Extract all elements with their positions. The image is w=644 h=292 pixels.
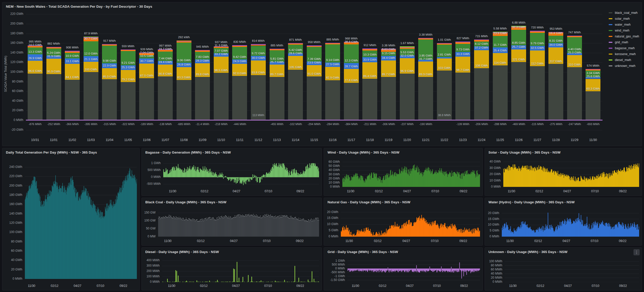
legend-item-grid_mwh[interactable]: grid_mwh bbox=[609, 41, 639, 44]
bar-value-label-water: 9.98 GWh bbox=[100, 59, 119, 62]
bar-value-label-water: 10.9 GWh bbox=[63, 54, 82, 57]
bar-strip-bagasse bbox=[251, 44, 266, 45]
xtick-natural_gas: 04/27 bbox=[398, 239, 414, 243]
ytick-unknown: 60 MWh bbox=[485, 268, 502, 271]
bar-value-label-water: 9.15 GWh bbox=[379, 52, 398, 55]
legend-swatch-icon bbox=[609, 18, 612, 19]
panel-title-grid[interactable]: Grid - Daily Usage (MWh) - 365 Days - NS… bbox=[328, 250, 398, 254]
ytick-natural_gas: 5 GWh bbox=[324, 228, 338, 232]
bar-value-label-black_coal: 110 GWh bbox=[565, 63, 584, 66]
bar-segment-black_coal bbox=[270, 77, 284, 120]
ytick-daily_total: 180 GWh bbox=[2, 193, 22, 197]
bar-segment-black_coal bbox=[474, 68, 489, 120]
legend-swatch-icon bbox=[609, 24, 612, 25]
bar-segment-black_coal bbox=[381, 77, 396, 120]
bar-negative-label: -139 MWh bbox=[452, 123, 473, 126]
bar-value-label-black_coal: 92.0 GWh bbox=[230, 72, 249, 75]
bar-segment-natural_gas bbox=[474, 40, 489, 42]
bar-value-label-wind: 16.4 GWh bbox=[546, 32, 565, 35]
bar-value-label-solar: 24.9 GWh bbox=[230, 60, 249, 63]
xtick-wind: 07/10 bbox=[427, 189, 443, 193]
bar-value-label-water: 7.07 GWh bbox=[212, 49, 231, 52]
bar-strip-bagasse bbox=[102, 44, 117, 45]
xtick-water: 04/27 bbox=[559, 239, 574, 243]
xtick-bagasse: 11/30 bbox=[165, 189, 180, 193]
legend-item-wind_mwh[interactable]: wind_mwh bbox=[609, 29, 639, 32]
xtick-wind: 11/30 bbox=[343, 189, 358, 193]
ytick-black_coal: 150 GW bbox=[142, 211, 156, 214]
bar-segment-black_coal bbox=[214, 73, 229, 120]
bar-value-label-black_coal: 96.9 GWh bbox=[398, 69, 417, 73]
panel-title-daily_total[interactable]: Daily Total Generation Per Day (MWh) - N… bbox=[6, 150, 97, 154]
panel-title-diesel[interactable]: Diesel - Daily Usage (MWh) - 365 Days - … bbox=[145, 250, 219, 254]
bar-strip-bagasse bbox=[195, 50, 210, 51]
panel-menu-icon[interactable]: ⋮ bbox=[633, 249, 640, 255]
bar-top-label: 939 MWh bbox=[136, 48, 157, 51]
main-xtick-date: 11/09 bbox=[193, 138, 212, 142]
legend-item-natural_gas_mwh[interactable]: natural_gas_mwh bbox=[609, 35, 639, 38]
bar-value-label-black_coal: 117 GWh bbox=[546, 60, 565, 63]
panel-black_coal: Black Coal - Daily Usage (MWh) - 365 Day… bbox=[141, 198, 322, 246]
bar-strip-bagasse bbox=[530, 31, 545, 32]
legend-label: bagasse_mwh bbox=[615, 46, 635, 50]
bar-top-label: 968 MWh bbox=[341, 37, 362, 40]
bar-segment-black_coal bbox=[121, 82, 136, 120]
legend-item-unknown_mwh[interactable]: unknown_mwh bbox=[609, 64, 639, 68]
bar-segment-natural_gas bbox=[232, 46, 247, 47]
bar-top-label: 1.67 MWh bbox=[397, 42, 418, 45]
bar-strip-bagasse bbox=[325, 43, 340, 44]
bar-value-label-black_coal: 103 GWh bbox=[435, 66, 454, 69]
legend-item-black_coal_mwh[interactable]: black_coal_mwh bbox=[609, 11, 639, 15]
bar-negative-label: -288 MWh bbox=[490, 123, 511, 126]
bar-negative-label: -102 MWh bbox=[285, 123, 306, 126]
legend-item-diesel_mwh[interactable]: diesel_mwh bbox=[609, 58, 639, 62]
bar-segment-black_coal bbox=[493, 65, 508, 120]
main-xtick-date: 11/07 bbox=[156, 138, 175, 142]
legend-item-water_mwh[interactable]: water_mwh bbox=[609, 23, 639, 26]
ytick-water: 10 GWh bbox=[485, 223, 499, 226]
bar-segment-natural_gas bbox=[400, 48, 415, 49]
panel-solar: Solar - Daily Usage (MWh) - 365 Days - N… bbox=[485, 148, 642, 196]
panel-title-water[interactable]: Water (Hydro) - Daily Usage (MWh) - 365 … bbox=[488, 200, 575, 204]
bar-value-label-water: 10.5 GWh bbox=[137, 54, 156, 57]
panel-title-unknown[interactable]: Unknown - Daily Usage (MWh) - 365 Days -… bbox=[488, 250, 567, 254]
ytick-bagasse: 1 GWh bbox=[142, 161, 161, 165]
legend-swatch-icon bbox=[609, 48, 612, 49]
legend-label: unknown_mwh bbox=[615, 64, 635, 68]
main-xtick-date: 11/30 bbox=[584, 138, 602, 142]
ytick-grid: 500 MWh bbox=[324, 263, 345, 266]
bar-value-label-black_coal: 87.0 GWh bbox=[137, 74, 156, 77]
bar-top-label: 827 MWh bbox=[452, 37, 473, 40]
main-ytick: 220 GWh bbox=[2, 12, 23, 16]
panel-title-solar[interactable]: Solar - Daily Usage (MWh) - 365 Days - N… bbox=[488, 150, 560, 154]
legend-item-kerosene_mwh[interactable]: kerosene_mwh bbox=[609, 52, 639, 56]
bar-negative-label: -252 MWh bbox=[43, 123, 64, 126]
xtick-grid: 07/10 bbox=[429, 284, 445, 288]
bar-negative-label: -366 MWh bbox=[62, 123, 83, 126]
ytick-bagasse: -500 MWh bbox=[142, 182, 161, 186]
legend-item-bagasse_mwh[interactable]: bagasse_mwh bbox=[609, 46, 639, 50]
panel-title-natural_gas[interactable]: Natural Gas - Daily Usage (MWh) - 365 Da… bbox=[328, 200, 410, 204]
ytick-water: 15 GWh bbox=[485, 217, 499, 221]
legend-swatch-icon bbox=[609, 54, 612, 55]
panel-title-wind[interactable]: Wind - Daily Usage (MWh) - 365 Days - NS… bbox=[328, 150, 399, 154]
bar-negative-label: -693 MWh bbox=[582, 123, 604, 126]
xtick-daily_total: 07/10 bbox=[93, 284, 108, 288]
bar-segment-natural_gas bbox=[455, 42, 470, 44]
bar-top-label: 995 MWh bbox=[25, 40, 46, 43]
bar-negative-label: -237 MWh bbox=[397, 123, 418, 126]
xtick-solar: 04/27 bbox=[559, 189, 575, 193]
bar-top-label: 574 MWh bbox=[582, 64, 604, 67]
bar-negative-label: -395 MWh bbox=[80, 123, 101, 126]
bar-value-label-wind: 32.3 GWh bbox=[509, 26, 528, 29]
xtick-bagasse: 09/22 bbox=[293, 189, 308, 193]
panel-title-bagasse[interactable]: Bagasse - Daily Generation (MWh) - 365 D… bbox=[145, 150, 231, 154]
bar-top-label: 3.38 MWh bbox=[378, 44, 399, 47]
legend-item-solar_mwh[interactable]: solar_mwh bbox=[609, 17, 639, 21]
bar-value-label-water: 6.24 GWh bbox=[44, 51, 63, 54]
ytick-black_coal: 0 MW bbox=[142, 235, 156, 238]
bar-segment-black_coal bbox=[511, 62, 526, 120]
bar-value-label-wind: 23.9 GWh bbox=[491, 32, 510, 35]
panel-title-black_coal[interactable]: Black Coal - Daily Usage (MWh) - 365 Day… bbox=[145, 200, 227, 204]
xtick-wind: 09/22 bbox=[456, 189, 471, 193]
